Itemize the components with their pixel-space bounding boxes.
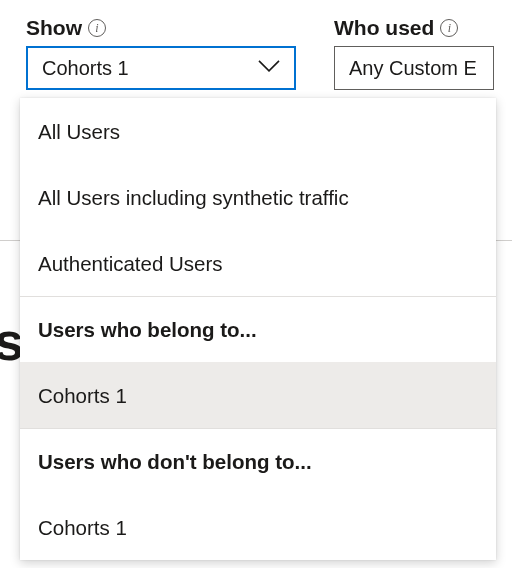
info-icon[interactable] [440,19,458,37]
dropdown-heading-belong: Users who belong to... [20,296,496,362]
dropdown-item-all-users-synthetic[interactable]: All Users including synthetic traffic [20,164,496,230]
dropdown-item-label: Users who belong to... [38,318,257,342]
who-used-dropdown-button[interactable]: Any Custom E [334,46,494,90]
dropdown-item-authenticated-users[interactable]: Authenticated Users [20,230,496,296]
filter-group-who-used: Who used Any Custom E [334,16,494,90]
who-used-label: Who used [334,16,434,40]
dropdown-item-label: Cohorts 1 [38,384,127,408]
dropdown-item-label: All Users including synthetic traffic [38,186,349,210]
dropdown-item-cohorts-1-not[interactable]: Cohorts 1 [20,494,496,560]
filter-label-row-who-used: Who used [334,16,494,40]
show-dropdown-value: Cohorts 1 [42,57,129,80]
show-label: Show [26,16,82,40]
dropdown-item-label: Authenticated Users [38,252,223,276]
dropdown-item-label: Users who don't belong to... [38,450,312,474]
dropdown-item-label: Cohorts 1 [38,516,127,540]
dropdown-item-all-users[interactable]: All Users [20,98,496,164]
dropdown-heading-not-belong: Users who don't belong to... [20,428,496,494]
filter-group-show: Show Cohorts 1 All Users All Users inclu… [26,16,296,90]
who-used-dropdown-value: Any Custom E [349,57,477,80]
dropdown-item-cohorts-1-belong[interactable]: Cohorts 1 [20,362,496,428]
dropdown-item-label: All Users [38,120,120,144]
show-dropdown-list: All Users All Users including synthetic … [20,98,496,560]
filters-row: Show Cohorts 1 All Users All Users inclu… [26,16,486,90]
show-dropdown: Cohorts 1 All Users All Users including … [26,46,296,90]
show-dropdown-button[interactable]: Cohorts 1 [26,46,296,90]
info-icon[interactable] [88,19,106,37]
chevron-down-icon [258,60,280,74]
filter-label-row-show: Show [26,16,296,40]
